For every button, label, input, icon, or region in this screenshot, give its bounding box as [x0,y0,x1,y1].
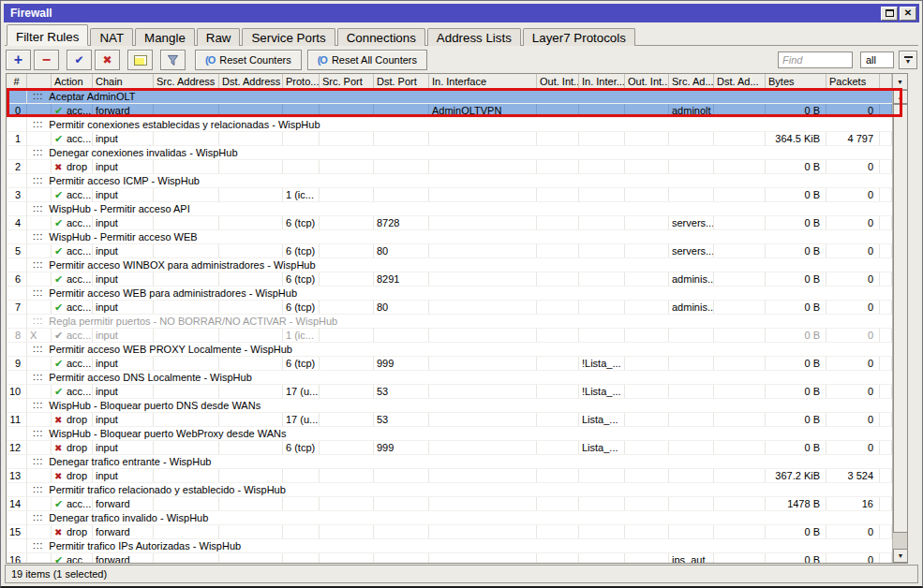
comment-row[interactable]: :::Denegar trafico invalido - WispHub [7,511,892,525]
rule-row[interactable]: 5✔acc...input6 (tcp)80servers...0 B0 [7,244,892,258]
cell-num: 2 [7,160,27,173]
comment-row[interactable]: :::Permitir acceso ICMP - WispHub [7,174,892,188]
comment-row[interactable]: :::Permitir acceso WEB para administrado… [7,287,892,301]
scrollbar-thumb[interactable] [893,104,908,533]
column-header-bytes[interactable]: Bytes [766,74,826,90]
tab-raw[interactable]: Raw [197,28,241,46]
cell-bytes: 0 B [766,244,826,257]
find-dropdown-button[interactable]: ▼ [899,51,917,69]
rule-row[interactable]: 10✔acc...input17 (u...53!Lista_...0 B0 [7,385,892,399]
rule-row[interactable]: 2✖dropinput0 B0 [7,160,892,174]
comment-row[interactable]: :::WispHub - Permitir acceso API [7,202,892,216]
rule-row[interactable]: 16✔acc...forwardips_aut...0 B0 [7,553,892,563]
comment-row[interactable]: :::Denegar conexiones invalidas - WispHu… [7,146,892,160]
cell-packets: 0 [826,441,880,454]
action-label: acc... [67,217,91,228]
comment-row[interactable]: :::Permitir conexiones establecidas y re… [7,118,892,132]
rule-row[interactable]: 6✔acc...input6 (tcp)8291adminis...0 B0 [7,272,892,287]
comment-row[interactable]: :::WispHub - Bloquear puerto WebProxy de… [7,427,892,441]
reset-counters-button[interactable]: (O Reset Counters [195,50,302,70]
comment-row[interactable]: :::WispHub - Bloquear puerto DNS desde W… [7,399,892,413]
rule-row[interactable]: 12✖dropinput6 (tcp)999Lista_...0 B0 [7,441,892,455]
cell-out_interface_list [625,441,669,454]
filter-scope-select[interactable]: all [860,51,894,68]
cell-dst_port: 80 [374,244,429,257]
maximize-button[interactable] [881,7,898,21]
comment-row[interactable]: :::Aceptar AdminOLT [7,90,892,104]
column-header-in_interface[interactable]: In. Interface [429,74,537,90]
column-header-proto[interactable]: Proto... [283,74,320,90]
comment-row[interactable]: :::Permitir acceso WINBOX para administr… [7,258,892,272]
tab-connections[interactable]: Connections [337,28,425,46]
comment-row[interactable]: :::Denegar trafico entrante - WispHub [7,455,892,469]
column-header-num[interactable]: # [7,74,27,90]
cell-chain: input [93,160,154,173]
add-rule-button[interactable]: + [6,50,31,70]
rule-row[interactable]: 15✖dropforward0 B0 [7,525,892,539]
close-button[interactable]: ✕ [900,7,916,21]
rule-row[interactable]: 0✔acc...forwardAdminOLTVPNadminolt0 B0 [7,104,892,118]
column-header-dst_address_list[interactable]: Dst. Ad... [714,74,766,90]
comment-button[interactable] [127,50,153,70]
title-bar[interactable]: Firewall ✕ [4,4,919,22]
column-header-src_address_list[interactable]: Src. Ad... [669,74,714,90]
rule-row[interactable]: 13✖dropinput367.2 KiB3 524 [7,469,892,483]
cell-dst_address_list [714,357,766,370]
comment-row[interactable]: :::Permitir trafico IPs Autorizadas - Wi… [7,539,892,553]
cell-src_address [154,497,219,510]
comment-row[interactable]: :::WispHub - Permitir acceso WEB [7,230,892,244]
cell-proto: 6 (tcp) [283,357,320,370]
vertical-scrollbar[interactable]: ▲ ▼ [892,90,907,563]
enable-rule-button[interactable]: ✔ [67,50,92,70]
filter-button[interactable] [160,50,186,70]
comment-row[interactable]: :::Regla permitir puertos - NO BORRAR/NO… [7,315,892,329]
column-selector-button[interactable]: ▼ [892,74,907,90]
tab-mangle[interactable]: Mangle [135,28,195,46]
column-header-dst_address[interactable]: Dst. Address [219,74,283,90]
column-header-out_interface_list[interactable]: Out. Int... [625,74,669,90]
tab-service-ports[interactable]: Service Ports [242,28,335,46]
cell-src_port [320,469,374,482]
rule-row[interactable]: 4✔acc...input6 (tcp)8728servers...0 B0 [7,216,892,230]
column-header-action[interactable]: Action [52,74,93,90]
rule-row[interactable]: 9✔acc...input6 (tcp)999!Lista_...0 B0 [7,357,892,371]
rule-row[interactable]: 3✔acc...input1 (ic...0 B0 [7,188,892,202]
rule-row[interactable]: 7✔acc...input6 (tcp)80adminis...0 B0 [7,301,892,315]
reset-all-counters-button[interactable]: (O Reset All Counters [307,50,427,70]
cell-in_interface: AdminOLTVPN [429,104,537,117]
cell-src_address [154,160,219,173]
tab-filter-rules[interactable]: Filter Rules [7,24,88,46]
rule-row[interactable]: 14✔acc...forward1478 B16 [7,497,892,511]
cell-num: 0 [7,104,27,117]
scroll-up-button[interactable]: ▲ [893,90,908,104]
tab-layer7-protocols[interactable]: Layer7 Protocols [523,28,635,46]
comment-row[interactable]: :::Permitir acceso DNS Localmente - Wisp… [7,371,892,385]
column-header-chain[interactable]: Chain [93,74,154,90]
cell-packets: 0 [826,104,880,117]
accept-icon: ✔ [54,272,67,286]
disable-rule-button[interactable]: ✖ [95,50,120,70]
column-header-dst_port[interactable]: Dst. Port [374,74,429,90]
comment-row[interactable]: :::Permitir acceso WEB PROXY Localmente … [7,343,892,357]
cell-src_address [154,385,219,398]
tab-address-lists[interactable]: Address Lists [427,28,521,46]
cell-out_interface_list [625,188,669,201]
rule-row[interactable]: 11✖dropinput17 (u...53Lista_...0 B0 [7,413,892,427]
column-header-src_address[interactable]: Src. Address [154,74,219,90]
find-input[interactable] [778,51,853,68]
column-header-pad[interactable] [880,74,892,90]
rule-row[interactable]: 1✔acc...input364.5 KiB4 797 [7,132,892,146]
column-header-src_port[interactable]: Src. Port [320,74,374,90]
rule-row[interactable]: 8X✔acc...input1 (ic...0 B0 [7,329,892,343]
remove-rule-button[interactable]: − [34,50,59,70]
comment-prefix: ::: [33,399,43,412]
tab-nat[interactable]: NAT [90,28,133,46]
scroll-down-button[interactable]: ▼ [893,549,908,563]
cell-action: ✖drop [52,469,93,482]
cell-in_interface_list [579,329,625,342]
column-header-packets[interactable]: Packets [826,74,880,90]
column-header-flags[interactable] [27,74,52,90]
column-header-out_interface[interactable]: Out. Int... [537,74,579,90]
column-header-in_interface_list[interactable]: In. Inter... [579,74,625,90]
comment-row[interactable]: :::Permitir trafico relacionado y establ… [7,483,892,497]
